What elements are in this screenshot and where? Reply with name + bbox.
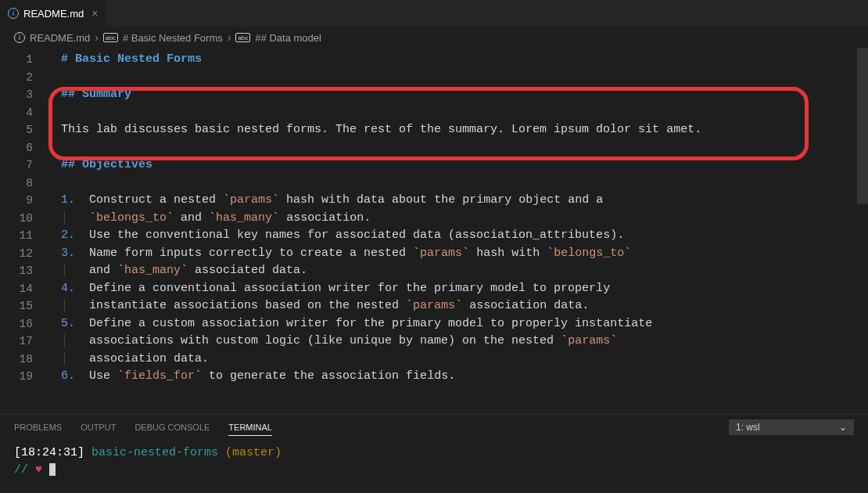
code-line[interactable]: │ association data.	[50, 351, 868, 369]
line-number: 15	[0, 297, 50, 315]
line-number: 8	[0, 175, 50, 193]
code-line[interactable]: 1. Construct a nested `params` hash with…	[50, 192, 868, 210]
chevron-down-icon: ⌄	[839, 422, 847, 433]
line-number: 7	[0, 157, 50, 175]
close-icon[interactable]: ×	[91, 7, 98, 20]
code-line[interactable]: 4. Define a conventional association wri…	[50, 280, 868, 298]
terminal-time: [18:24:31]	[14, 446, 84, 459]
line-number: 9	[0, 192, 50, 210]
tab-problems[interactable]: PROBLEMS	[14, 423, 62, 432]
code-line[interactable]	[50, 175, 868, 193]
code-line[interactable]: │ and `has_many` associated data.	[50, 262, 868, 280]
scrollbar-thumb[interactable]	[857, 48, 868, 204]
code-line[interactable]	[50, 69, 868, 87]
code-line[interactable]: │ instantiate associations based on the …	[50, 297, 868, 315]
line-number: 10	[0, 210, 50, 228]
code-line[interactable]: This lab discusses basic nested forms. T…	[50, 121, 868, 139]
line-number: 18	[0, 351, 50, 369]
line-number-gutter: 12345678910111213141516171819	[0, 48, 50, 414]
code-area[interactable]: # Basic Nested Forms## SummaryThis lab d…	[50, 48, 868, 414]
editor[interactable]: 12345678910111213141516171819 # Basic Ne…	[0, 48, 868, 414]
line-number: 12	[0, 245, 50, 263]
code-line[interactable]: # Basic Nested Forms	[50, 51, 868, 69]
terminal-dir: basic-nested-forms	[91, 446, 218, 459]
symbol-string-icon: abc	[103, 33, 118, 42]
line-number: 3	[0, 86, 50, 104]
panel-tabs: PROBLEMS OUTPUT DEBUG CONSOLE TERMINAL 1…	[0, 414, 868, 440]
line-number: 16	[0, 315, 50, 333]
line-number: 13	[0, 262, 50, 280]
terminal-cursor	[49, 463, 56, 476]
tab-readme[interactable]: i README.md ×	[0, 0, 106, 27]
code-line[interactable]: 6. Use `fields_for` to generate the asso…	[50, 368, 868, 386]
breadcrumb[interactable]: i README.md › abc # Basic Nested Forms ›…	[0, 27, 868, 48]
breadcrumb-section-1[interactable]: # Basic Nested Forms	[123, 32, 223, 44]
tab-filename: README.md	[23, 8, 84, 20]
chevron-right-icon: ›	[95, 31, 99, 44]
code-line[interactable]: 2. Use the conventional key names for as…	[50, 227, 868, 245]
line-number: 1	[0, 51, 50, 69]
terminal[interactable]: [18:24:31] basic-nested-forms (master) /…	[0, 440, 868, 493]
line-number: 17	[0, 333, 50, 351]
tab-bar: i README.md ×	[0, 0, 868, 27]
code-line[interactable]	[50, 139, 868, 157]
line-number: 6	[0, 139, 50, 157]
tab-debug-console[interactable]: DEBUG CONSOLE	[135, 423, 210, 432]
code-line[interactable]: 3. Name form inputs correctly to create …	[50, 245, 868, 263]
terminal-select-value: 1: wsl	[736, 422, 760, 433]
code-line[interactable]: ## Objectives	[50, 157, 868, 175]
scrollbar-vertical[interactable]	[857, 48, 868, 414]
code-line[interactable]: 5. Define a custom association writer fo…	[50, 315, 868, 333]
terminal-branch: (master)	[225, 446, 282, 459]
breadcrumb-section-2[interactable]: ## Data model	[255, 32, 321, 44]
line-number: 4	[0, 104, 50, 122]
symbol-string-icon: abc	[235, 33, 250, 42]
code-line[interactable]	[50, 104, 868, 122]
code-line[interactable]: │ associations with custom logic (like u…	[50, 333, 868, 351]
terminal-prompt-slash: //	[14, 463, 28, 477]
code-line[interactable]: │ `belongs_to` and `has_many` associatio…	[50, 210, 868, 228]
chevron-right-icon: ›	[228, 31, 231, 44]
tab-output[interactable]: OUTPUT	[81, 423, 116, 432]
line-number: 11	[0, 227, 50, 245]
code-line[interactable]: ## Summary	[50, 86, 868, 104]
line-number: 14	[0, 280, 50, 298]
info-icon: i	[14, 32, 25, 43]
line-number: 5	[0, 121, 50, 139]
heart-icon: ♥	[35, 463, 42, 477]
tab-terminal[interactable]: TERMINAL	[228, 423, 272, 436]
terminal-selector[interactable]: 1: wsl ⌄	[729, 419, 854, 435]
line-number: 2	[0, 69, 50, 87]
info-icon: i	[8, 8, 19, 19]
breadcrumb-file[interactable]: README.md	[30, 32, 90, 44]
line-number: 19	[0, 368, 50, 386]
